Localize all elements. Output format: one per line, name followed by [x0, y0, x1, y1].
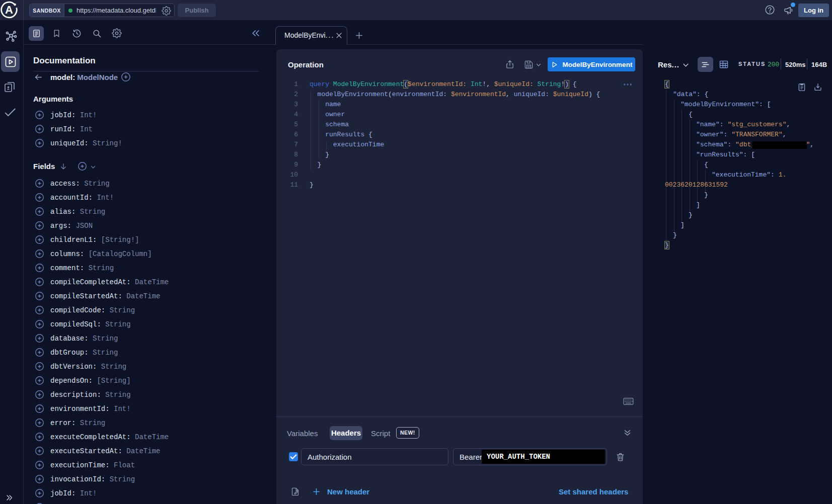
svg-text:A: A — [5, 4, 13, 16]
